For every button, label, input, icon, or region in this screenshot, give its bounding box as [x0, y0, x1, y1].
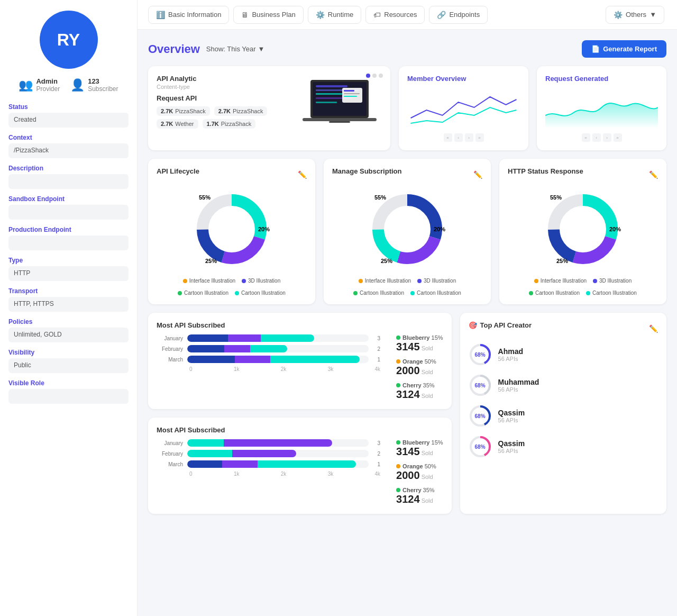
request-chart-area — [545, 84, 658, 131]
status-label: Status — [8, 103, 129, 111]
bar-num-jan2: 3 — [373, 440, 380, 446]
http-pct-55: 55% — [550, 194, 562, 201]
member-overview-title: Member Overview — [407, 75, 520, 83]
api-analytic-title: API Analytic — [157, 75, 267, 83]
policies-label: Policies — [8, 318, 129, 325]
legend-dot-3d2 — [417, 279, 422, 283]
nav-others[interactable]: ⚙️ Others ▼ — [606, 6, 664, 24]
bar-num-jan1: 3 — [373, 336, 380, 341]
api-lifecycle-donut-wrapper: 55% 25% 20% Interface Illustration 3D Il… — [157, 187, 307, 296]
legend-cartoon-2: Cartoon Illustration — [235, 290, 286, 296]
bar-chart-1-title: Most API Subscribed — [157, 321, 443, 329]
legend-interface-2: Interface Illustration — [359, 278, 411, 284]
stat-orange-2: Orange 50% 2000 Sold — [396, 463, 443, 482]
creator-ring-muhammad: 68% — [469, 374, 492, 397]
generate-report-button[interactable]: 📄 Generate Report — [582, 40, 666, 58]
manage-subscription-edit-icon[interactable]: ✏️ — [473, 170, 482, 179]
type-value: HTTP — [8, 266, 129, 281]
next-next-btn[interactable]: » — [475, 133, 484, 142]
creator-info-ahmad: Ahmad 56 APIs — [498, 347, 523, 362]
req-next-btn[interactable]: › — [603, 133, 611, 142]
svg-rect-4 — [316, 93, 342, 95]
nav-others-group: ⚙️ Others ▼ — [606, 6, 666, 24]
production-section: Production Endpoint — [8, 226, 129, 250]
svg-rect-9 — [344, 93, 360, 94]
legend-dot-cartoon3 — [353, 291, 358, 295]
lifecycle-pct-25: 25% — [205, 258, 217, 264]
sandbox-value — [8, 205, 129, 220]
status-section: Status Created — [8, 103, 129, 128]
manage-subscription-legend: Interface Illustration 3D Illustration C… — [332, 278, 482, 296]
show-filter[interactable]: Show: This Year ▼ — [206, 45, 265, 53]
legend-3d-2: 3D Illustration — [417, 278, 456, 284]
api-tag-3: 2.7K Wether — [157, 119, 198, 129]
bar-track-march-2 — [187, 460, 369, 468]
bar-num-feb1: 2 — [373, 346, 380, 352]
bar-label-january-2: January — [157, 440, 183, 446]
prev-btn[interactable]: ‹ — [454, 133, 463, 142]
dot-1[interactable] — [366, 74, 370, 78]
legend-cartoon-1: Cartoon Illustration — [178, 290, 228, 296]
dot-2[interactable] — [372, 74, 377, 78]
prev-prev-btn[interactable]: « — [444, 133, 452, 142]
bar-track-january-2 — [187, 439, 369, 447]
admin-sublabel: Provider — [36, 85, 60, 93]
legend-cartoon-4: Cartoon Illustration — [410, 290, 461, 296]
context-section: Context /PizzaShack — [8, 134, 129, 158]
legend-dot-cartoon6 — [586, 291, 590, 295]
creator-item-ahmad: 68% Ahmad 56 APIs — [469, 343, 658, 366]
production-value — [8, 235, 129, 250]
bar-track-january-1 — [187, 334, 369, 342]
lifecycle-pct-55: 55% — [199, 194, 211, 201]
content-area: Overview Show: This Year ▼ 📄 Generate Re… — [138, 30, 677, 616]
status-value: Created — [8, 113, 129, 128]
description-value — [8, 174, 129, 189]
dot-3[interactable] — [379, 74, 383, 78]
http-status-card: HTTP Status Response ✏️ 55% 25% 20% — [499, 159, 666, 304]
top-api-creator-edit-icon[interactable]: ✏️ — [649, 324, 658, 333]
sandbox-section: Sandbox Endpoint — [8, 195, 129, 220]
policies-section: Policies Unlimited, GOLD — [8, 318, 129, 342]
overview-header: Overview Show: This Year ▼ 📄 Generate Re… — [148, 40, 666, 58]
nav-others-label: Others — [626, 11, 646, 19]
nav-basic-information[interactable]: ℹ️ Basic Information — [148, 6, 229, 24]
req-prev-prev-btn[interactable]: « — [582, 133, 590, 142]
creator-info-qassim2: Qassim 56 APIs — [498, 439, 525, 454]
http-status-donut: 55% 25% 20% — [541, 187, 625, 271]
bar-fill-march-1 — [187, 356, 360, 363]
description-section: Description — [8, 165, 129, 189]
visibility-label: Visibility — [8, 349, 129, 356]
bar-label-february-1: February — [157, 346, 183, 352]
top-api-creator-title: 🎯 Top API Creator — [469, 321, 532, 329]
nav-endpoints-label: Endpoints — [449, 11, 480, 19]
manage-subscription-donut-wrapper: 55% 25% 20% Interface Illustration 3D Il… — [332, 187, 482, 296]
production-label: Production Endpoint — [8, 226, 129, 233]
api-analytic-card: API Analytic Content-type Request API 2.… — [148, 66, 390, 150]
laptop-illustration — [297, 75, 382, 133]
stat-blueberry-2: Blueberry 15% 3145 Sold — [396, 439, 443, 458]
req-prev-btn[interactable]: ‹ — [592, 133, 601, 142]
legend-cartoon-3: Cartoon Illustration — [353, 290, 404, 296]
x-axis-1: 0 1k 2k 3k 4k — [157, 366, 380, 372]
api-lifecycle-card: API Lifecycle ✏️ — [148, 159, 315, 304]
nav-endpoints[interactable]: 🔗 Endpoints — [429, 6, 488, 24]
http-pct-20: 20% — [609, 226, 621, 232]
nav-runtime[interactable]: ⚙️ Runtime — [308, 6, 361, 24]
subscriber-icon: 👤 — [70, 78, 85, 92]
next-btn[interactable]: › — [465, 133, 473, 142]
http-status-edit-icon[interactable]: ✏️ — [649, 170, 658, 179]
visible-role-label: Visible Role — [8, 379, 129, 387]
creator-name-qassim2: Qassim — [498, 439, 525, 448]
nav-business-plan[interactable]: 🖥 Business Plan — [233, 6, 303, 24]
legend-dot-cartoon5 — [529, 291, 533, 295]
bar-row-february-1: February 2 — [157, 345, 380, 352]
creator-ring-ahmad: 68% — [469, 343, 492, 366]
nav-resources[interactable]: 🏷 Resources — [365, 6, 425, 24]
legend-interface: Interface Illustration — [183, 278, 235, 284]
svg-rect-8 — [344, 90, 354, 92]
api-lifecycle-edit-icon[interactable]: ✏️ — [298, 170, 307, 179]
req-next-next-btn[interactable]: » — [614, 133, 622, 142]
user-info-row: 👥 Admin Provider 👤 123 Subscriber — [19, 77, 118, 93]
avatar: RY — [40, 11, 98, 69]
top-nav: ℹ️ Basic Information 🖥 Business Plan ⚙️ … — [138, 0, 677, 30]
